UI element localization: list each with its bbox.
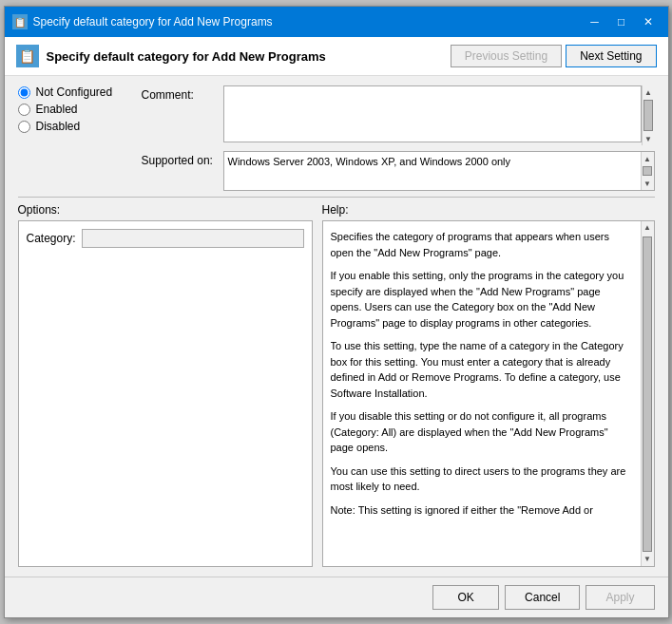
supported-scroll-up[interactable]: ▲ [641,152,654,165]
comment-textarea[interactable] [223,85,642,142]
help-para-2: If you enable this setting, only the pro… [331,268,631,331]
help-text: Specifies the category of programs that … [331,229,646,525]
comment-row: Comment: ▲ ▼ [142,85,655,145]
main-window: 📋 Specify default category for Add New P… [4,6,669,618]
close-button[interactable]: ✕ [636,12,661,31]
apply-button[interactable]: Apply [586,585,654,610]
category-label: Category: [27,232,76,245]
title-bar-left: 📋 Specify default category for Add New P… [12,14,273,29]
supported-scroll-down[interactable]: ▼ [641,177,654,190]
help-para-1: Specifies the category of programs that … [331,229,631,260]
not-configured-label: Not Configured [36,85,113,99]
supported-scrollbar: ▲ ▼ [641,152,654,190]
help-box: Specifies the category of programs that … [322,220,655,567]
supported-scroll-thumb [643,166,652,176]
help-scrollbar: ▲ ▼ [641,221,654,566]
help-scroll-down[interactable]: ▼ [641,553,654,566]
help-para-6: Note: This setting is ignored if either … [331,502,631,519]
prev-setting-button[interactable]: Previous Setting [451,45,562,67]
supported-label: Supported on: [142,151,218,167]
fields-row: Not Configured Enabled Disabled Comm [18,85,655,191]
window-icon: 📋 [12,14,28,29]
disabled-label: Disabled [36,120,81,133]
maximize-button[interactable]: □ [609,12,634,31]
radio-section: Not Configured Enabled Disabled [18,85,142,133]
options-box: Category: [18,220,313,567]
category-input[interactable] [82,229,304,248]
comment-label: Comment: [142,85,218,102]
options-title: Options: [18,203,313,217]
help-para-3: To use this setting, type the name of a … [331,338,631,401]
ok-button[interactable]: OK [432,585,499,610]
radio-column: Not Configured Enabled Disabled [18,85,142,139]
category-row: Category: [27,229,304,248]
header-buttons: Previous Setting Next Setting [451,45,657,67]
help-scroll-up[interactable]: ▲ [641,221,654,235]
title-controls: ─ □ ✕ [583,12,661,31]
header-title: Specify default category for Add New Pro… [47,49,326,64]
next-setting-button[interactable]: Next Setting [566,45,656,67]
enabled-label: Enabled [36,103,78,116]
help-title: Help: [322,203,655,217]
options-section: Options: Category: [18,203,313,567]
not-configured-option[interactable]: Not Configured [18,85,142,99]
help-para-4: If you disable this setting or do not co… [331,408,631,456]
dialog-header-left: 📋 Specify default category for Add New P… [16,45,326,67]
window-title: Specify default category for Add New Pro… [33,15,273,28]
supported-box: Windows Server 2003, Windows XP, and Win… [223,151,655,191]
enabled-radio[interactable] [18,104,30,116]
disabled-option[interactable]: Disabled [18,120,142,133]
dialog-header: 📋 Specify default category for Add New P… [5,37,668,76]
title-bar: 📋 Specify default category for Add New P… [5,7,668,37]
help-section: Help: Specifies the category of programs… [322,203,655,567]
dialog-body: Not Configured Enabled Disabled Comm [5,76,668,577]
supported-value: Windows Server 2003, Windows XP, and Win… [228,156,650,167]
minimize-button[interactable]: ─ [583,12,607,31]
scroll-up-arrow[interactable]: ▲ [642,85,655,99]
dialog-footer: OK Cancel Apply [5,577,668,617]
right-column: Comment: ▲ ▼ Supported on: Windows S [142,85,655,191]
cancel-button[interactable]: Cancel [505,585,580,610]
enabled-option[interactable]: Enabled [18,103,142,116]
options-help-row: Options: Category: Help: Specifies the c… [18,203,655,567]
help-scroll-thumb [643,236,652,552]
scroll-down-arrow[interactable]: ▼ [642,132,655,145]
help-para-5: You can use this setting to direct users… [331,463,631,495]
disabled-radio[interactable] [18,121,30,133]
scroll-thumb [643,100,653,131]
header-icon: 📋 [16,45,39,67]
supported-row: Supported on: Windows Server 2003, Windo… [142,151,655,191]
not-configured-radio[interactable] [18,86,30,99]
section-divider [18,197,655,198]
comment-scrollbar: ▲ ▼ [642,85,655,145]
